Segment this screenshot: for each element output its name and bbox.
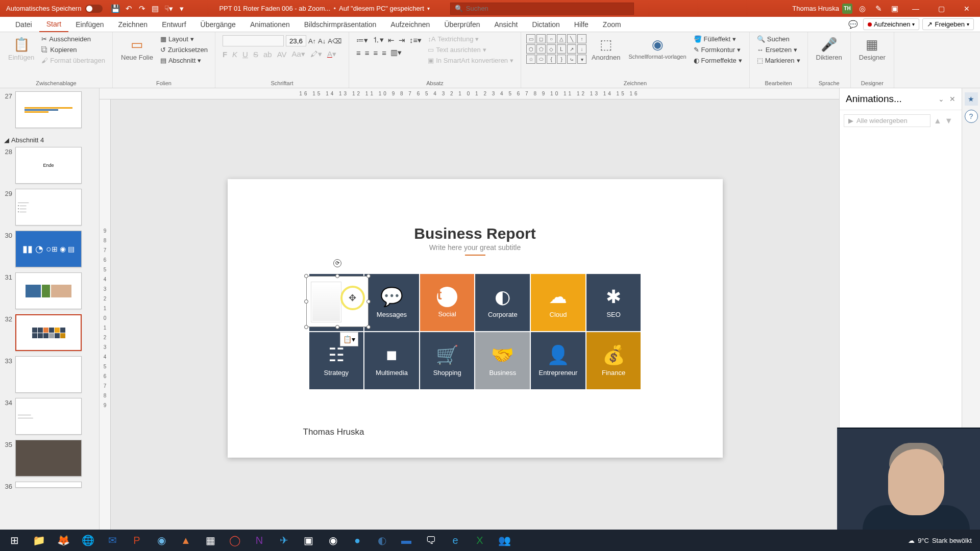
autosave-toggle[interactable] — [85, 5, 103, 13]
italic-icon[interactable]: K — [232, 50, 237, 59]
tab-uebergaenge[interactable]: Übergänge — [193, 17, 243, 32]
app-icon-6[interactable]: ◉ — [150, 530, 173, 550]
obs-icon[interactable]: ◉ — [322, 530, 344, 550]
section-button[interactable]: ▤Abschnitt ▾ — [158, 56, 210, 65]
paste-button[interactable]: 📋Einfügen — [5, 34, 37, 63]
vlc-icon[interactable]: ▲ — [175, 530, 197, 550]
shadow-icon[interactable]: ab — [263, 50, 272, 59]
thumbnail-32-selected[interactable] — [15, 314, 82, 351]
firefox-icon[interactable]: 🦊 — [52, 530, 75, 550]
tb-icon-3[interactable]: ▣ — [888, 2, 901, 15]
underline-icon[interactable]: U — [242, 50, 248, 59]
app-icon-9[interactable]: ◯ — [224, 530, 246, 550]
powerpoint-icon[interactable]: P — [126, 530, 148, 550]
record-button[interactable]: Aufzeichnen▾ — [863, 18, 920, 30]
resize-handle[interactable] — [366, 274, 371, 278]
save-icon[interactable]: 💾 — [109, 2, 122, 15]
tab-datei[interactable]: Datei — [8, 17, 39, 32]
maximize-button[interactable]: ▢ — [930, 0, 952, 17]
slide-thumbnail-panel[interactable]: 27 ◢Abschnitt 4 28Ende 29─────• ───• ───… — [0, 88, 100, 537]
indent-inc-icon[interactable]: ⇥ — [399, 36, 405, 45]
tab-zeichnen[interactable]: Zeichnen — [111, 17, 155, 32]
tile-corporate[interactable]: ◐Corporate — [475, 274, 530, 331]
tile-seo[interactable]: ✱SEO — [586, 274, 641, 331]
user-avatar[interactable]: TH — [842, 4, 852, 14]
select-button[interactable]: ⬚Markieren ▾ — [755, 56, 802, 65]
tab-bildschirm[interactable]: Bildschirmpräsentation — [297, 17, 384, 32]
app-icon-15[interactable]: ◐ — [371, 530, 393, 550]
decrease-font-icon[interactable]: A↓ — [318, 37, 326, 45]
thumbnail-30[interactable]: ▮▮ ◔ ○⊞ ◉ ▤ — [15, 231, 82, 267]
find-button[interactable]: 🔍Suchen — [755, 34, 802, 44]
tile-entrepreneur[interactable]: 👤Entrepreneur — [531, 332, 585, 389]
highlight-icon[interactable]: 🖍▾ — [310, 49, 322, 59]
arrange-button[interactable]: ⬚Anordnen — [589, 34, 623, 63]
smartart-button[interactable]: ▣In SmartArt konvertieren ▾ — [426, 56, 516, 65]
qat-more-icon[interactable]: ▾ — [175, 2, 188, 15]
chrome-icon[interactable]: 🌐 — [77, 530, 99, 550]
app-icon-14[interactable]: ● — [346, 530, 369, 550]
paste-options-button[interactable]: 📋▾ — [340, 332, 358, 346]
resize-handle[interactable] — [335, 274, 339, 278]
shape-outline-button[interactable]: ✎Formkontur ▾ — [692, 45, 744, 55]
strike-icon[interactable]: S — [253, 50, 258, 59]
replace-button[interactable]: ↔Ersetzen ▾ — [755, 45, 802, 55]
play-all-button[interactable]: ▶Alle wiedergeben — [844, 114, 930, 127]
anim-down-icon[interactable]: ▼ — [945, 116, 953, 126]
copy-button[interactable]: ⿻Kopieren — [39, 45, 107, 55]
app-icon-8[interactable]: ▦ — [199, 530, 222, 550]
outlook-icon[interactable]: ✉ — [101, 530, 124, 550]
thumbnail-31[interactable] — [15, 272, 82, 309]
tab-entwurf[interactable]: Entwurf — [155, 17, 193, 32]
increase-font-icon[interactable]: A↑ — [308, 37, 316, 45]
line-spacing-icon[interactable]: ↕≡▾ — [409, 36, 422, 45]
layout-button[interactable]: ▦Layout ▾ — [158, 34, 210, 44]
char-spacing-icon[interactable]: AV — [277, 50, 287, 59]
align-center-icon[interactable]: ≡ — [365, 48, 370, 57]
thumbnail-27[interactable] — [15, 91, 82, 128]
app-icon-17[interactable]: 🗨 — [420, 530, 442, 550]
tb-icon-1[interactable]: ◎ — [855, 2, 869, 15]
resize-handle[interactable] — [304, 274, 308, 278]
tab-aufzeichnen[interactable]: Aufzeichnen — [383, 17, 437, 32]
saved-dropdown-icon[interactable]: ▾ — [427, 6, 430, 11]
redo-icon[interactable]: ↷ — [135, 2, 149, 15]
app-icon-12[interactable]: ▣ — [297, 530, 320, 550]
format-painter-button[interactable]: 🖌Format übertragen — [39, 56, 107, 65]
resize-handle[interactable] — [304, 299, 308, 304]
font-color-icon[interactable]: A▾ — [327, 49, 336, 59]
thumbnail-33[interactable] — [15, 356, 82, 393]
bullets-icon[interactable]: ≔▾ — [356, 36, 368, 45]
thumbnail-28[interactable]: Ende — [15, 147, 82, 184]
edge-icon[interactable]: e — [444, 530, 467, 550]
touch-icon[interactable]: ☟▾ — [162, 2, 175, 15]
shape-fill-button[interactable]: 🪣Fülleffekt ▾ — [692, 34, 744, 44]
anim-collapse-icon[interactable]: ⌄ — [938, 95, 944, 103]
tile-social[interactable]: tSocial — [420, 274, 475, 331]
telegram-icon[interactable]: ✈ — [273, 530, 295, 550]
anim-up-icon[interactable]: ▲ — [934, 116, 942, 126]
dictate-button[interactable]: 🎤Diktieren — [813, 34, 845, 63]
weather-tray[interactable]: ☁ 9°C Stark bewölkt — [908, 537, 977, 544]
designer-button[interactable]: ▦Designer — [856, 34, 889, 63]
bold-icon[interactable]: F — [223, 50, 227, 59]
new-slide-button[interactable]: ▭Neue Folie — [118, 34, 156, 63]
resize-handle[interactable] — [335, 325, 339, 329]
shape-effects-button[interactable]: ◐Formeffekte ▾ — [692, 56, 744, 65]
tab-einfuegen[interactable]: Einfügen — [68, 17, 111, 32]
section-header[interactable]: ◢Abschnitt 4 — [2, 133, 95, 147]
font-family-input[interactable] — [223, 35, 284, 46]
align-left-icon[interactable]: ≡ — [356, 48, 361, 57]
align-right-icon[interactable]: ≡ — [373, 48, 378, 57]
comments-icon[interactable]: 💬 — [847, 18, 860, 31]
thumbnail-35[interactable] — [15, 440, 82, 477]
resize-handle[interactable] — [366, 299, 371, 304]
teams-icon[interactable]: 👥 — [493, 530, 516, 550]
thumbnail-36[interactable] — [15, 482, 82, 488]
minimize-button[interactable]: — — [904, 0, 927, 17]
onenote-icon[interactable]: N — [248, 530, 271, 550]
tile-shopping[interactable]: 🛒Shopping — [420, 332, 475, 389]
tab-dictation[interactable]: Dictation — [525, 17, 567, 32]
align-text-button[interactable]: ▭Text ausrichten ▾ — [426, 45, 516, 55]
tab-start[interactable]: Start — [39, 17, 69, 32]
